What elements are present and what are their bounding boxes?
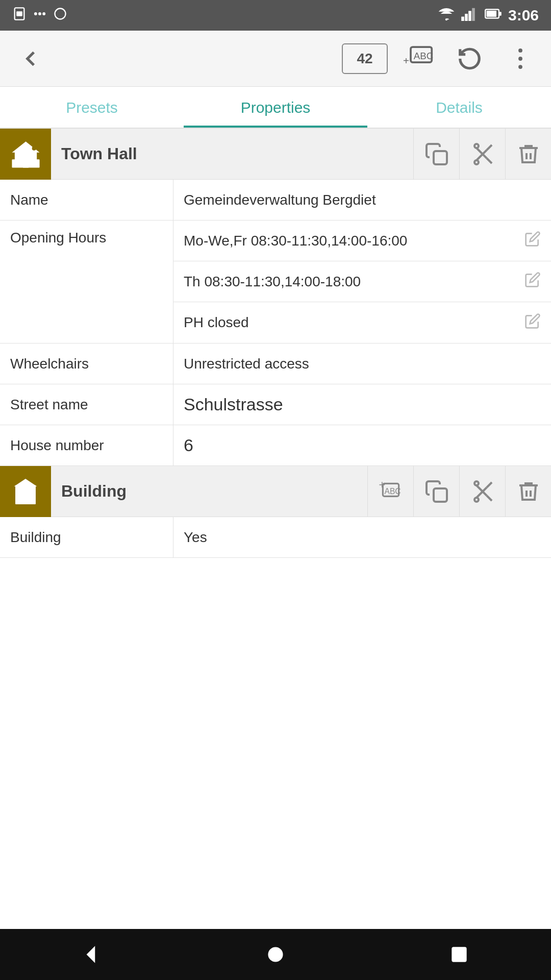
svg-point-45: [474, 498, 479, 502]
nav-back-button[interactable]: [71, 939, 112, 970]
svg-rect-10: [472, 8, 475, 20]
svg-point-46: [474, 481, 479, 485]
svg-rect-25: [31, 154, 35, 160]
town-hall-cut-button[interactable]: [459, 129, 505, 180]
prop-label-building: Building: [0, 517, 173, 557]
svg-rect-24: [24, 154, 28, 160]
nav-recents-button[interactable]: [439, 939, 480, 970]
svg-point-2: [34, 12, 37, 15]
svg-rect-26: [23, 161, 29, 168]
bottom-nav: [0, 929, 551, 980]
prop-label-house-number: House number: [0, 425, 173, 465]
svg-rect-8: [465, 14, 468, 21]
svg-point-4: [42, 12, 45, 15]
battery-icon: [485, 7, 502, 24]
svg-line-34: [487, 145, 492, 150]
svg-rect-29: [434, 151, 447, 164]
prop-label-opening-hours: Opening Hours: [0, 220, 173, 343]
prop-row-name: Name Gemeindeverwaltung Bergdiet: [0, 180, 551, 220]
svg-rect-38: [19, 490, 24, 495]
more-options-button[interactable]: [500, 41, 541, 77]
toolbar: 42 + ABC: [0, 31, 551, 87]
prop-label-name: Name: [0, 180, 173, 220]
svg-point-52: [268, 947, 283, 962]
empty-area: [0, 558, 551, 980]
building-cut-button[interactable]: [459, 466, 505, 517]
building-delete-button[interactable]: [505, 466, 551, 517]
svg-marker-37: [14, 479, 37, 486]
building-header: Building ABC +: [0, 466, 551, 517]
svg-line-50: [487, 496, 492, 501]
tab-presets[interactable]: Presets: [0, 87, 184, 128]
circle-icon: [53, 7, 67, 24]
prop-value-wheelchairs: Unrestricted access: [173, 344, 551, 384]
svg-rect-23: [17, 154, 21, 160]
svg-line-47: [477, 485, 487, 496]
svg-line-32: [477, 148, 487, 158]
oh-value-3: PH closed: [173, 302, 551, 343]
oh-value-1: Mo-We,Fr 08:30-11:30,14:00-16:00: [173, 220, 551, 261]
prop-row-street-name: Street name Schulstrasse: [0, 384, 551, 425]
status-bar-left: [12, 7, 67, 24]
svg-text:+: +: [403, 55, 409, 66]
svg-line-33: [477, 150, 487, 160]
town-hall-copy-button[interactable]: [413, 129, 459, 180]
svg-rect-44: [434, 488, 447, 502]
undo-button[interactable]: [449, 41, 490, 77]
town-hall-icon-box: [0, 129, 51, 180]
prop-value-house-number: 6: [173, 425, 551, 465]
building-icon: [10, 476, 41, 507]
building-copy-button[interactable]: [413, 466, 459, 517]
nav-home-button[interactable]: [255, 939, 296, 970]
svg-rect-12: [499, 12, 502, 15]
edit-oh1-icon[interactable]: [524, 231, 541, 251]
svg-line-49: [487, 482, 492, 487]
building-icon-box: [0, 466, 51, 517]
tab-bar: Presets Properties Details: [0, 87, 551, 129]
prop-label-wheelchairs: Wheelchairs: [0, 344, 173, 384]
prop-row-opening-hours: Opening Hours Mo-We,Fr 08:30-11:30,14:00…: [0, 220, 551, 344]
town-hall-header: Town Hall: [0, 129, 551, 180]
svg-rect-13: [487, 10, 496, 16]
back-button[interactable]: [10, 41, 51, 77]
wifi-icon: [438, 7, 455, 24]
edit-oh2-icon[interactable]: [524, 272, 541, 291]
svg-text:ABC: ABC: [384, 486, 400, 495]
town-hall-icon: [9, 137, 42, 170]
building-add-tag-button[interactable]: ABC +: [367, 466, 413, 517]
dots-icon: [33, 7, 47, 24]
badge-number-button[interactable]: 42: [342, 43, 388, 74]
prop-label-street-name: Street name: [0, 384, 173, 425]
svg-rect-39: [28, 490, 32, 495]
prop-row-house-number: House number 6: [0, 425, 551, 466]
prop-row-building: Building Yes: [0, 517, 551, 558]
status-bar: 3:06: [0, 0, 551, 31]
svg-rect-9: [468, 11, 471, 21]
svg-point-31: [474, 144, 479, 148]
prop-row-wheelchairs: Wheelchairs Unrestricted access: [0, 344, 551, 384]
svg-point-17: [518, 48, 522, 53]
town-hall-delete-button[interactable]: [505, 129, 551, 180]
add-text-button[interactable]: + ABC: [398, 41, 439, 77]
svg-rect-40: [22, 498, 30, 504]
svg-rect-1: [16, 11, 22, 16]
svg-line-35: [487, 158, 492, 163]
building-title: Building: [51, 482, 367, 501]
svg-line-48: [477, 487, 487, 498]
time-display: 3:06: [508, 7, 539, 24]
svg-text:ABC: ABC: [414, 51, 434, 61]
svg-text:+: +: [379, 479, 385, 491]
prop-value-name: Gemeindeverwaltung Bergdiet: [173, 180, 551, 220]
edit-oh3-icon[interactable]: [524, 313, 541, 333]
signal-icon: [461, 7, 479, 24]
status-bar-right: 3:06: [438, 7, 539, 24]
building-properties: Building Yes: [0, 517, 551, 558]
prop-value-building: Yes: [173, 517, 551, 557]
tab-properties[interactable]: Properties: [184, 87, 367, 128]
svg-point-3: [38, 12, 41, 15]
town-hall-title: Town Hall: [51, 144, 413, 163]
svg-marker-51: [87, 946, 95, 963]
tab-details[interactable]: Details: [367, 87, 551, 128]
svg-point-18: [518, 57, 522, 61]
opening-hours-values: Mo-We,Fr 08:30-11:30,14:00-16:00 Th 08:3…: [173, 220, 551, 343]
